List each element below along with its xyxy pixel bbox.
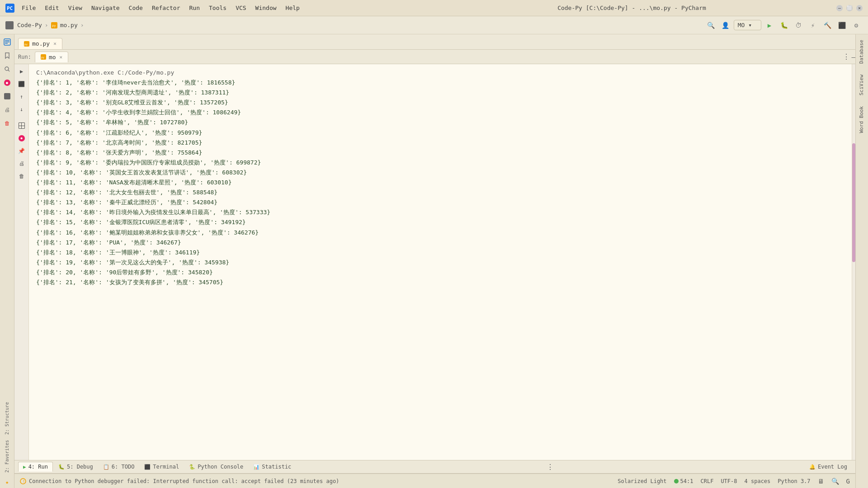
panel-icon-3[interactable]: 📌 — [16, 145, 27, 156]
status-python-version[interactable]: Python 3.7 — [778, 478, 810, 484]
right-tab-sciview[interactable]: SciView — [856, 69, 868, 101]
todo-tab-icon: 📋 — [103, 464, 109, 470]
maximize-button[interactable]: ⬜ — [846, 5, 853, 11]
menu-window[interactable]: Window — [252, 4, 280, 12]
account-button[interactable]: 👤 — [719, 19, 732, 32]
sidebar-icon-project[interactable] — [1, 36, 13, 48]
breadcrumb-file[interactable]: mo.py — [60, 22, 78, 28]
svg-text:!: ! — [23, 479, 25, 484]
bottom-tab-run[interactable]: ▶ 4: Run — [18, 462, 53, 472]
bottom-tab-terminal[interactable]: ⬛ Terminal — [140, 462, 184, 471]
bottom-tab-debug-label: 5: Debug — [67, 464, 93, 470]
bottom-tab-more[interactable]: ⋮ — [545, 463, 556, 471]
run-side-controls: ▶ ⬛ ↑ ↓ ● — [14, 64, 29, 460]
bottom-tab-todo[interactable]: 📋 6: TODO — [99, 462, 139, 471]
breadcrumb-project[interactable]: Code-Py — [17, 22, 42, 28]
run-tab-mo[interactable]: py mo ✕ — [35, 52, 68, 62]
terminal-tab-icon: ⬛ — [144, 464, 151, 470]
right-tab-database[interactable]: Database — [856, 34, 868, 69]
menu-navigate[interactable]: Navigate — [88, 4, 123, 12]
output-area[interactable]: C:\Anaconda\python.exe C:/Code-Py/mo.py … — [29, 64, 852, 460]
status-left: ! Connection to Python debugger failed: … — [20, 478, 610, 484]
status-icon-2[interactable]: 🔍 — [831, 478, 839, 485]
run-tab-close[interactable]: ✕ — [60, 54, 63, 60]
menu-vcs[interactable]: VCS — [232, 4, 250, 12]
status-line-ending[interactable]: CRLF — [700, 478, 713, 484]
run-button[interactable]: ▶ — [763, 19, 776, 32]
minimize-button[interactable]: — — [836, 5, 843, 11]
close-button[interactable]: ✕ — [856, 5, 863, 11]
status-position[interactable]: 54:1 — [680, 478, 693, 484]
status-icon-1[interactable]: 🖥 — [818, 478, 824, 485]
sidebar-icon-print[interactable]: 🖨 — [1, 104, 13, 116]
output-line-14: {'排名': 14, '名称': '昨日境外输入为疫情发生以来单日最高', '热… — [36, 207, 844, 217]
tab-label: mo.py — [32, 40, 50, 47]
stop-button[interactable]: ⬛ — [835, 19, 848, 32]
menu-file[interactable]: File — [18, 4, 39, 12]
run-start-button[interactable]: ▶ — [16, 66, 27, 77]
bottom-tab-event-label: Event Log — [818, 464, 847, 470]
status-theme[interactable]: Solarized Light — [618, 478, 666, 484]
svg-text:py: py — [41, 56, 45, 59]
settings-button[interactable]: ⚙ — [850, 19, 863, 32]
status-encoding[interactable]: UTF-8 — [721, 478, 737, 484]
menu-help[interactable]: Help — [282, 4, 303, 12]
bottom-tab-python-console[interactable]: 🐍 Python Console — [184, 462, 248, 471]
status-indent[interactable]: 4 spaces — [745, 478, 771, 484]
bottom-tab-debug[interactable]: 🐛 5: Debug — [54, 462, 98, 471]
panel-icon-4[interactable]: 🖨 — [16, 158, 27, 169]
scrollbar[interactable] — [852, 64, 855, 460]
bottom-tab-event-log[interactable]: 🔔 Event Log — [805, 462, 852, 471]
panel-icon-2[interactable]: ● — [16, 133, 27, 144]
run-panel-more[interactable]: ⋮ — [843, 52, 850, 61]
tab-close-mo-py[interactable]: ✕ — [53, 41, 57, 47]
menu-run[interactable]: Run — [186, 4, 203, 12]
sidebar-icon-trash[interactable]: 🗑 — [1, 117, 13, 129]
sidebar-icon-find[interactable] — [1, 63, 13, 75]
sidebar-icon-structure[interactable]: 2: Structure — [0, 400, 14, 436]
bottom-tab-statistic[interactable]: 📊 Statistic — [249, 462, 296, 471]
bottom-tab-statistic-label: Statistic — [262, 464, 291, 470]
run-panel: Run: py mo ✕ ⋮ — ▶ — [14, 50, 855, 460]
sidebar-icon-git[interactable] — [1, 90, 13, 102]
menu-edit[interactable]: Edit — [41, 4, 62, 12]
sidebar-icon-bookmarks[interactable] — [1, 50, 13, 61]
sidebar-icon-run-debug[interactable]: ● — [1, 77, 13, 89]
command-line: C:\Anaconda\python.exe C:/Code-Py/mo.py — [36, 68, 844, 78]
output-line-12: {'排名': 12, '名称': '北大女生包丽去世', '热度': 58854… — [36, 188, 844, 197]
panel-icon-1[interactable] — [16, 120, 27, 131]
build-button[interactable]: 🔨 — [821, 19, 834, 32]
scroll-down-button[interactable]: ↓ — [16, 104, 27, 115]
right-tab-wordbook[interactable]: Word Book — [856, 101, 868, 139]
file-tab-bar: py mo.py ✕ — [14, 34, 855, 50]
panel-icon-5[interactable]: 🗑 — [16, 171, 27, 182]
search-button[interactable]: 🔍 — [705, 19, 717, 32]
run-main: ▶ ⬛ ↑ ↓ ● — [14, 64, 855, 460]
window-controls: — ⬜ ✕ — [836, 5, 863, 11]
run-panel-minimize[interactable]: — — [852, 53, 855, 61]
run-stop-button[interactable]: ⬛ — [16, 79, 27, 89]
menu-tools[interactable]: Tools — [205, 4, 230, 12]
tab-mo-py[interactable]: py mo.py ✕ — [18, 38, 62, 49]
sidebar-icon-favorites[interactable]: 2: Favorites — [0, 438, 14, 474]
status-warning-icon: ! — [20, 478, 26, 484]
output-line-10: {'排名': 10, '名称': '英国女王首次发表复活节讲话', '热度': … — [36, 168, 844, 178]
scroll-up-button[interactable]: ↑ — [16, 91, 27, 102]
debug-button[interactable]: 🐛 — [778, 19, 790, 32]
menu-code[interactable]: Code — [125, 4, 146, 12]
file-icon: py — [51, 22, 57, 28]
menu-view[interactable]: View — [65, 4, 86, 12]
python-console-icon: 🐍 — [189, 464, 195, 470]
bottom-tab-python-label: Python Console — [198, 464, 243, 470]
main-layout: ● 🖨 🗑 2: Structure 2: Favorites ★ py mo.… — [0, 34, 868, 488]
status-position-area[interactable]: 54:1 — [674, 478, 693, 484]
svg-text:PC: PC — [7, 5, 13, 11]
coverage-button[interactable]: ⏱ — [792, 19, 805, 32]
run-config-dropdown[interactable]: MO ▾ — [734, 20, 761, 30]
menu-refactor[interactable]: Refactor — [148, 4, 184, 12]
status-icon-3[interactable]: G — [846, 478, 850, 485]
status-python-dot — [674, 479, 679, 483]
profile-button[interactable]: ⚡ — [807, 19, 819, 32]
sidebar-icon-star[interactable]: ★ — [1, 476, 13, 488]
bottom-tab-run-label: 4: Run — [28, 464, 48, 470]
